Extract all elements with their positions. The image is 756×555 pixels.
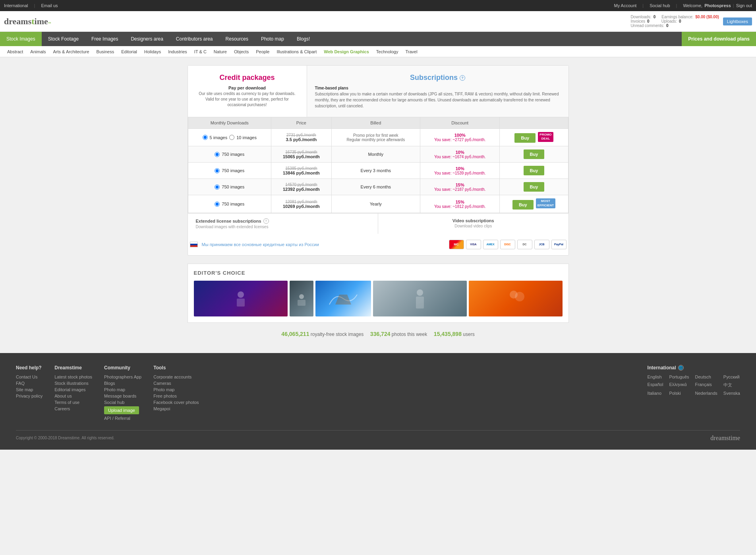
footer-latest-photos[interactable]: Latest stock photos [54, 375, 92, 379]
footer-fb-covers[interactable]: Facebook cover photos [153, 400, 199, 405]
lang-spanish[interactable]: Español [648, 382, 663, 388]
table-row: 750 images 16735 руб./month 15065 руб./m… [188, 146, 568, 163]
sub-info-icon[interactable]: ? [460, 75, 465, 81]
nav-photo-map[interactable]: Photo map [255, 32, 290, 46]
footer-faq[interactable]: FAQ [16, 381, 43, 386]
footer-photographers-app[interactable]: Photographers App [104, 375, 141, 379]
cat-illustrations[interactable]: Illustrations & Clipart [273, 49, 320, 55]
choice-image-2[interactable] [290, 281, 313, 316]
social-hub-link[interactable]: Social hub [650, 3, 670, 8]
radio-5images[interactable] [203, 135, 208, 140]
footer-corporate[interactable]: Corporate accounts [153, 375, 199, 379]
footer-photo-map[interactable]: Photo map [104, 387, 141, 392]
email-us-link[interactable]: Email us [41, 3, 58, 8]
image-placeholder-3 [315, 281, 371, 316]
international-link[interactable]: International [4, 3, 28, 8]
logo[interactable]: dreamstime™ [4, 16, 51, 27]
jcb-icon: JCB [534, 240, 549, 249]
footer-tools-photo-map[interactable]: Photo map [153, 387, 199, 392]
buy-button-row3[interactable]: Buy [524, 166, 545, 175]
nav-contributors-area[interactable]: Contributors area [170, 32, 219, 46]
footer-blogs[interactable]: Blogs [104, 381, 141, 386]
buy-button-row2[interactable]: Buy [524, 149, 545, 159]
lang-russian[interactable]: Русский [723, 375, 740, 379]
video-subscription: Video subscriptions Download video clips [378, 213, 568, 234]
cat-animals[interactable]: Animals [27, 49, 49, 55]
footer-cameras[interactable]: Cameras [153, 381, 199, 386]
radio-row4[interactable] [215, 184, 220, 190]
stats-row-unread: Unread comments: 0 [630, 23, 719, 28]
cat-editorial[interactable]: Editorial [118, 49, 140, 55]
footer-about[interactable]: About us [54, 394, 92, 398]
cat-business[interactable]: Business [93, 49, 118, 55]
lang-greek[interactable]: Ελληνικά [669, 382, 689, 388]
nav-blogs[interactable]: Blogs! [290, 32, 316, 46]
lang-italian[interactable]: Italiano [648, 391, 663, 396]
earnings-label: Earnings balance: [661, 15, 693, 19]
my-account-link[interactable]: My Account [614, 3, 636, 8]
buy-button-row1[interactable]: Buy [514, 133, 536, 143]
nav-stock-images[interactable]: Stock Images [0, 32, 42, 46]
row1-price-new: 3.5 руб./month [275, 137, 327, 142]
prices-download-button[interactable]: Prices and download plans [682, 32, 756, 46]
footer-careers[interactable]: Careers [54, 406, 92, 411]
cat-technology[interactable]: Technology [373, 49, 402, 55]
cat-abstract[interactable]: Abstract [4, 49, 26, 55]
buy-button-row5[interactable]: Buy [512, 200, 534, 210]
footer-illustrations[interactable]: Stock illustrations [54, 381, 92, 386]
lang-dutch[interactable]: Nederlands [695, 391, 717, 396]
radio-row2[interactable] [215, 152, 220, 157]
cat-people[interactable]: People [253, 49, 273, 55]
footer-editorial[interactable]: Editorial images [54, 387, 92, 392]
row4-discount: 15% You save: ~2187 руб./month. [420, 179, 500, 195]
cat-travel[interactable]: Travel [402, 49, 420, 55]
lang-swedish[interactable]: Svenska [723, 391, 740, 396]
footer-grid: Need help? Contact Us FAQ Site map Priva… [16, 365, 740, 422]
lang-polish[interactable]: Polski [669, 391, 689, 396]
cat-arts[interactable]: Arts & Architecture [50, 49, 92, 55]
image-placeholder-1 [194, 281, 288, 316]
nav-stock-footage[interactable]: Stock Footage [42, 32, 85, 46]
choice-image-5[interactable] [469, 281, 563, 316]
footer-privacy[interactable]: Privacy policy [16, 394, 43, 398]
lang-english[interactable]: English [648, 375, 663, 379]
nav-resources[interactable]: Resources [219, 32, 255, 46]
footer-api[interactable]: API / Referral [104, 416, 141, 421]
russia-flag [190, 242, 198, 247]
radio-row5[interactable] [215, 202, 220, 207]
lang-portuguese[interactable]: Português [669, 375, 689, 379]
lightboxes-button[interactable]: Lightboxes [723, 17, 752, 25]
sign-out-link[interactable]: Sign out [736, 3, 752, 8]
pricing-header: Credit packages Pay per download Our sit… [188, 66, 568, 117]
cat-nature[interactable]: Nature [211, 49, 230, 55]
footer-megapoi[interactable]: Megapoi [153, 406, 199, 411]
nav-free-images[interactable]: Free Images [85, 32, 124, 46]
radio-10images[interactable] [229, 135, 234, 140]
footer-terms[interactable]: Terms of use [54, 400, 92, 405]
payment-row: Мы принимаем все основные кредитные карт… [188, 240, 568, 249]
lang-french[interactable]: Français [695, 382, 717, 388]
nav-designers-area[interactable]: Designers area [124, 32, 169, 46]
username-link[interactable]: Photospress [704, 3, 731, 8]
choice-image-1[interactable] [194, 281, 288, 316]
footer-contact[interactable]: Contact Us [16, 375, 43, 379]
row1-discount: 100% You save: ~2727 руб./month. [420, 129, 500, 146]
footer-upload-image[interactable]: Upload image [104, 406, 139, 414]
lang-chinese[interactable]: 中文 [723, 382, 740, 388]
extended-info-icon[interactable]: ? [263, 218, 269, 224]
footer-free-photos[interactable]: Free photos [153, 394, 199, 398]
footer-sitemap[interactable]: Site map [16, 387, 43, 392]
cat-web-design[interactable]: Web Design Graphics [321, 49, 372, 55]
cat-objects[interactable]: Objects [231, 49, 252, 55]
row3-images: 750 images [188, 163, 271, 179]
choice-image-3[interactable] [315, 281, 371, 316]
footer-social-hub[interactable]: Social hub [104, 400, 141, 405]
lang-deutsch[interactable]: Deutsch [695, 375, 717, 379]
buy-button-row4[interactable]: Buy [524, 182, 545, 192]
radio-row3[interactable] [215, 168, 220, 173]
cat-itc[interactable]: IT & C [191, 49, 210, 55]
footer-message-boards[interactable]: Message boards [104, 394, 141, 398]
choice-image-4[interactable] [373, 281, 467, 316]
cat-industries[interactable]: Industries [165, 49, 190, 55]
cat-holidays[interactable]: Holidays [141, 49, 164, 55]
